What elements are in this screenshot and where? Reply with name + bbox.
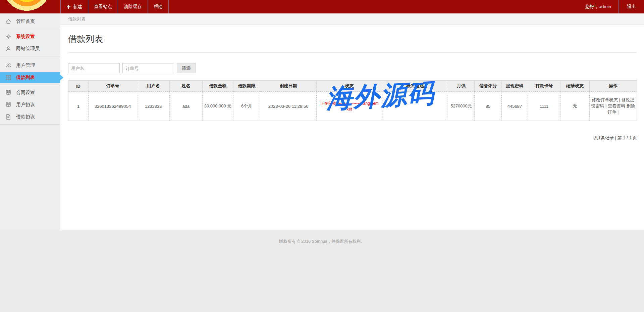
col-header-status-desc: 状态描述 xyxy=(382,81,448,92)
sidebar-item-label: 用户协议 xyxy=(16,102,35,108)
copyright-text: 版权所有 © 2016 Somnus，并保留所有权利。 xyxy=(279,239,365,244)
cell-card-no: 1111 xyxy=(528,92,560,121)
page-title: 借款列表 xyxy=(68,25,637,52)
content-card: 借款列表 筛选 ID 订单号 用户名 xyxy=(60,25,644,230)
topbar-nav: 新建 查看站点 清除缓存 帮助 xyxy=(60,0,169,13)
sun-logo-icon xyxy=(0,0,60,13)
col-header-card-no: 打款卡号 xyxy=(528,81,560,92)
cell-name: ada xyxy=(170,92,203,121)
sidebar-item-contract-settings[interactable]: 合同设置 xyxy=(0,87,60,98)
sidebar: 管理首页 系统设置 网站管理员 用 xyxy=(0,13,60,230)
grid-icon xyxy=(5,74,12,81)
cell-status-desc xyxy=(382,92,448,121)
sidebar-item-label: 合同设置 xyxy=(16,90,35,96)
topbar: 新建 查看站点 清除缓存 帮助 您好，admin 退出 xyxy=(0,0,644,13)
cell-settle-status: 无 xyxy=(560,92,590,121)
cell-created: 2023-03-26 11:28:56 xyxy=(260,92,317,121)
book-icon xyxy=(5,89,12,96)
cell-amount: 30.000.000 元 xyxy=(203,92,233,121)
topbar-right: 您好，admin 退出 xyxy=(578,0,644,13)
cell-id: 1 xyxy=(68,92,89,121)
sidebar-item-user-agreement[interactable]: 用户协议 xyxy=(0,99,60,110)
filter-button[interactable]: 筛选 xyxy=(177,63,196,73)
col-header-name: 姓名 xyxy=(170,81,203,92)
col-header-amount: 借款金额 xyxy=(203,81,233,92)
col-header-credit: 信誉评分 xyxy=(475,81,502,92)
col-header-order-no: 订单号 xyxy=(89,81,137,92)
main-content: 借款列表 借款列表 筛选 ID 订单号 xyxy=(60,13,644,230)
user-greeting: 您好，admin xyxy=(578,0,619,13)
gear-icon xyxy=(5,33,12,40)
help-button[interactable]: 帮助 xyxy=(148,0,169,13)
plus-icon xyxy=(66,5,71,9)
table-header-row: ID 订单号 用户名 姓名 借款金额 借款期限 创建日期 状态 状态描述 月供 … xyxy=(68,81,637,92)
new-button-label: 新建 xyxy=(73,4,82,10)
col-header-actions: 操作 xyxy=(590,81,637,92)
sidebar-item-label: 借款列表 xyxy=(16,75,35,81)
users-icon xyxy=(5,62,12,69)
sidebar-item-loan-list[interactable]: 借款列表 xyxy=(0,72,60,83)
logout-button[interactable]: 退出 xyxy=(619,0,644,13)
col-header-settle-status: 结清状态 xyxy=(560,81,590,92)
sidebar-item-label: 管理首页 xyxy=(16,18,35,25)
cell-order-no: 326013362499054 xyxy=(89,92,137,121)
breadcrumb-bar: 借款列表 xyxy=(60,13,644,25)
page-footer: 版权所有 © 2016 Somnus，并保留所有权利。 xyxy=(0,230,644,244)
home-icon xyxy=(5,18,12,25)
action-separator: | xyxy=(618,109,619,115)
pagination: 共1条记录 | 第 1 / 1 页 xyxy=(68,135,637,141)
cell-actions: 修改订单状态 | 修改提现密码 | 查看资料 删除订单 | xyxy=(590,92,637,121)
cell-monthly: 5270000元 xyxy=(448,92,475,121)
order-no-input[interactable] xyxy=(122,63,174,73)
col-header-id: ID xyxy=(68,81,89,92)
view-site-button[interactable]: 查看站点 xyxy=(88,0,118,13)
col-header-monthly: 月供 xyxy=(448,81,475,92)
cell-term: 6个月 xyxy=(233,92,260,121)
sidebar-item-user-management[interactable]: 用户管理 xyxy=(0,60,60,71)
book-icon xyxy=(5,101,12,108)
cell-status: 正在审核------------------Đang xem xét xyxy=(317,92,382,121)
title-divider xyxy=(68,52,637,53)
sidebar-item-system-settings[interactable]: 系统设置 xyxy=(0,31,60,42)
site-logo xyxy=(0,0,60,13)
col-header-created: 创建日期 xyxy=(260,81,317,92)
admin-person-icon xyxy=(5,45,12,52)
action-separator: | xyxy=(619,97,620,102)
action-separator: | xyxy=(605,103,606,108)
file-icon xyxy=(5,114,12,120)
col-header-term: 借款期限 xyxy=(233,81,260,92)
sidebar-item-label: 用户管理 xyxy=(16,62,35,69)
sidebar-item-site-admin[interactable]: 网站管理员 xyxy=(0,43,60,54)
col-header-withdraw-password: 提现密码 xyxy=(502,81,528,92)
username-input[interactable] xyxy=(68,63,120,73)
loan-table: ID 订单号 用户名 姓名 借款金额 借款期限 创建日期 状态 状态描述 月供 … xyxy=(68,80,637,121)
sidebar-item-label: 网站管理员 xyxy=(16,46,40,52)
status-badge: 正在审核------------------Đang xem xét xyxy=(320,101,379,112)
view-profile-link[interactable]: 查看资料 xyxy=(608,103,625,108)
edit-order-status-link[interactable]: 修改订单状态 xyxy=(592,97,618,102)
clear-cache-button[interactable]: 清除缓存 xyxy=(118,0,148,13)
sidebar-item-loan-agreement[interactable]: 借款协议 xyxy=(0,111,60,123)
sidebar-item-admin-home[interactable]: 管理首页 xyxy=(0,16,60,27)
cell-username: 1233333 xyxy=(137,92,170,121)
sidebar-item-label: 系统设置 xyxy=(16,34,35,40)
table-row: 1 326013362499054 1233333 ada 30.000.000… xyxy=(68,92,637,121)
col-header-status: 状态 xyxy=(317,81,382,92)
breadcrumb: 借款列表 xyxy=(68,16,86,22)
filter-toolbar: 筛选 xyxy=(68,63,637,73)
cell-credit: 85 xyxy=(475,92,502,121)
cell-withdraw-password: 445687 xyxy=(502,92,528,121)
sidebar-item-label: 借款协议 xyxy=(16,114,35,120)
sidebar-divider xyxy=(0,124,60,126)
new-button[interactable]: 新建 xyxy=(61,0,88,13)
col-header-username: 用户名 xyxy=(137,81,170,92)
